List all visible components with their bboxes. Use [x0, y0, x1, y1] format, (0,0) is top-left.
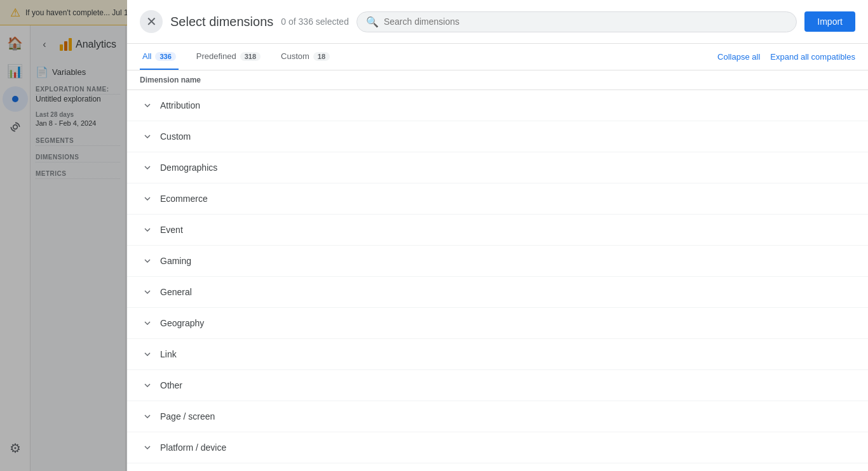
list-item[interactable]: Gaming [127, 246, 868, 277]
chevron-down-icon [140, 284, 155, 300]
tab-all-label: All [142, 51, 151, 61]
chevron-down-icon [140, 440, 155, 455]
chevron-down-icon [140, 222, 155, 237]
list-item[interactable]: Other [127, 370, 868, 401]
expand-all-compatibles-button[interactable]: Expand all compatibles [770, 52, 855, 62]
chevron-down-icon [140, 378, 155, 393]
modal-body[interactable]: Attribution Custom Demographics Ecommerc… [127, 90, 868, 471]
category-name: Link [160, 349, 177, 359]
chevron-down-icon [140, 253, 155, 269]
category-name: Attribution [160, 100, 200, 110]
import-button[interactable]: Import [804, 11, 855, 32]
tab-all[interactable]: All 336 [140, 44, 179, 70]
selected-count: 0 of 336 selected [281, 17, 349, 27]
tab-custom[interactable]: Custom 18 [278, 44, 332, 70]
list-item[interactable]: General [127, 277, 868, 308]
search-icon: 🔍 [366, 16, 379, 28]
chevron-down-icon [140, 409, 155, 424]
chevron-down-icon [140, 160, 155, 175]
list-item[interactable]: Page / screen [127, 401, 868, 432]
column-header: Dimension name [127, 70, 868, 90]
category-name: Event [160, 225, 183, 235]
category-name: Other [160, 380, 182, 390]
category-name: Gaming [160, 256, 191, 266]
category-name: Ecommerce [160, 194, 208, 204]
tabs-actions: Collapse all Expand all compatibles [717, 52, 855, 62]
list-item[interactable]: Platform / device [127, 432, 868, 463]
tab-predefined-badge: 318 [240, 52, 261, 61]
list-item[interactable]: Geography [127, 308, 868, 339]
tabs-row: All 336 Predefined 318 Custom 18 Collaps… [127, 44, 868, 70]
tab-predefined[interactable]: Predefined 318 [194, 44, 263, 70]
list-item[interactable]: Ecommerce [127, 183, 868, 215]
category-name: Platform / device [160, 442, 226, 453]
collapse-all-button[interactable]: Collapse all [717, 52, 760, 62]
category-name: Demographics [160, 163, 217, 173]
chevron-down-icon [140, 315, 155, 331]
modal-title: Select dimensions [170, 15, 273, 29]
list-item[interactable]: Demographics [127, 152, 868, 183]
modal-header: ✕ Select dimensions 0 of 336 selected 🔍 … [127, 0, 868, 44]
category-name: Geography [160, 318, 204, 328]
category-name: Custom [160, 131, 191, 142]
list-item[interactable]: Custom [127, 121, 868, 152]
list-item[interactable]: Link [127, 339, 868, 370]
chevron-down-icon [140, 98, 155, 113]
select-dimensions-modal: ✕ Select dimensions 0 of 336 selected 🔍 … [127, 0, 868, 471]
close-button[interactable]: ✕ [140, 10, 163, 33]
list-item[interactable]: Attribution [127, 90, 868, 121]
list-item[interactable]: Event [127, 215, 868, 246]
search-input[interactable] [384, 17, 787, 27]
chevron-down-icon [140, 191, 155, 206]
category-name: Page / screen [160, 411, 215, 421]
chevron-down-icon [140, 347, 155, 362]
tab-custom-label: Custom [281, 51, 309, 61]
search-box: 🔍 [356, 11, 797, 32]
tab-all-badge: 336 [155, 52, 175, 61]
chevron-down-icon [140, 129, 155, 144]
category-name: General [160, 287, 192, 297]
tab-predefined-label: Predefined [196, 51, 236, 61]
list-item[interactable]: Publisher [127, 463, 868, 471]
tab-custom-badge: 18 [313, 52, 330, 61]
dimension-name-col: Dimension name [140, 76, 201, 84]
